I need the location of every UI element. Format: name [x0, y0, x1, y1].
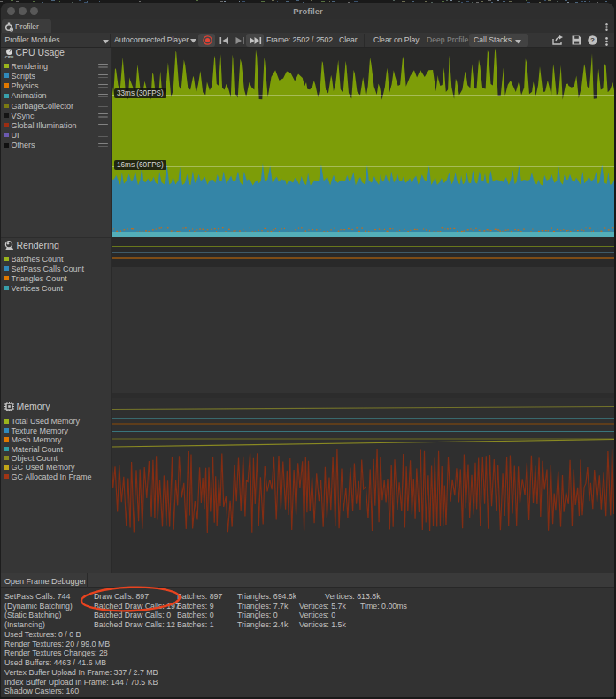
svg-text:?: ? [590, 36, 595, 44]
svg-text:CPU: CPU [5, 55, 13, 58]
